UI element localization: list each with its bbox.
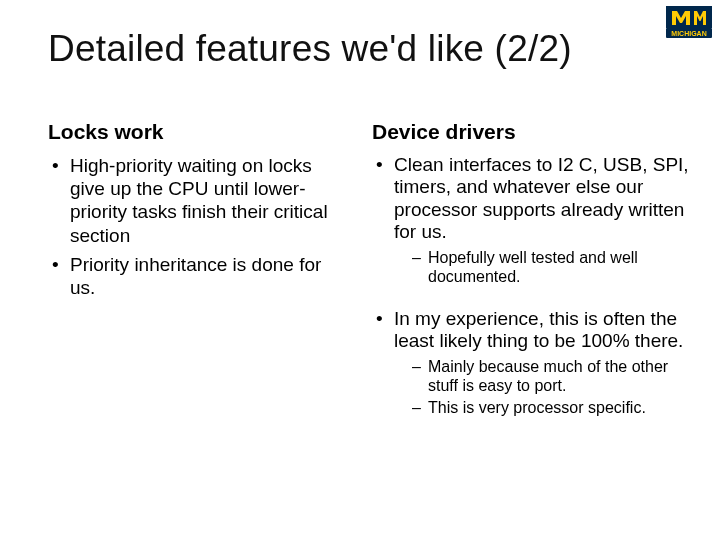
list-item: Priority inheritance is done for us. xyxy=(48,253,348,299)
content-columns: Locks work High-priority waiting on lock… xyxy=(0,70,720,427)
sub-list: Hopefully well tested and well documente… xyxy=(406,248,702,286)
bullet-text: Clean interfaces to I2 C, USB, SPI, time… xyxy=(394,154,689,242)
svg-text:MICHIGAN: MICHIGAN xyxy=(671,30,706,37)
list-item: High-priority waiting on locks give up t… xyxy=(48,154,348,247)
left-bullets: High-priority waiting on locks give up t… xyxy=(48,154,348,299)
right-column: Device drivers Clean interfaces to I2 C,… xyxy=(372,120,702,427)
michigan-logo: MICHIGAN xyxy=(666,6,712,38)
slide-title: Detailed features we'd like (2/2) xyxy=(0,0,720,70)
left-heading: Locks work xyxy=(48,120,348,144)
sub-item: Hopefully well tested and well documente… xyxy=(406,248,702,286)
spacer xyxy=(372,296,702,308)
sub-list: Mainly because much of the other stuff i… xyxy=(406,357,702,418)
sub-item: This is very processor specific. xyxy=(406,398,702,417)
list-item: Clean interfaces to I2 C, USB, SPI, time… xyxy=(372,154,702,286)
list-item: In my experience, this is often the leas… xyxy=(372,308,702,417)
right-heading: Device drivers xyxy=(372,120,702,144)
right-bullets: Clean interfaces to I2 C, USB, SPI, time… xyxy=(372,154,702,417)
left-column: Locks work High-priority waiting on lock… xyxy=(48,120,348,427)
sub-item: Mainly because much of the other stuff i… xyxy=(406,357,702,395)
bullet-text: In my experience, this is often the leas… xyxy=(394,308,683,351)
